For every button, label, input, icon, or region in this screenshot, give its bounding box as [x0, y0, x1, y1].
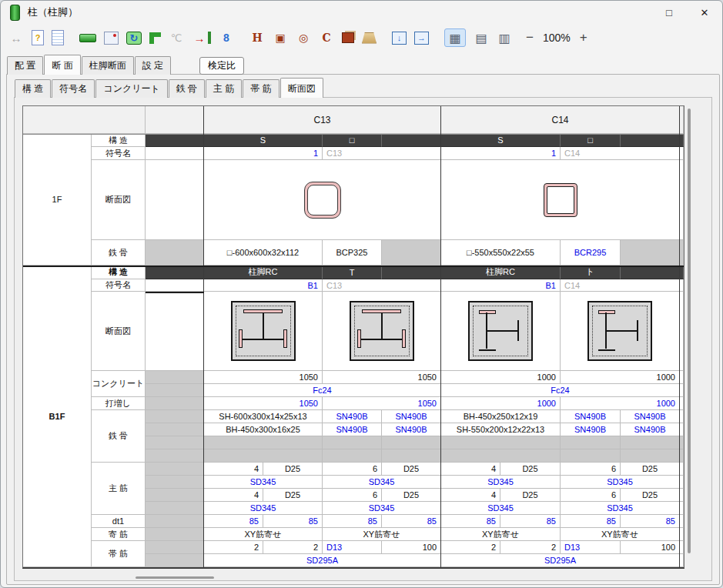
c13-main-bar1-grade-y[interactable]: SD345 — [323, 476, 441, 489]
c14-main-bar1-grade-x[interactable]: SD345 — [441, 476, 561, 489]
tab-chukyaku-danmen[interactable]: 柱脚断面 — [82, 56, 134, 75]
c14-dt1-value[interactable]: 85 — [441, 515, 500, 528]
c13-b1f-steel1-grade2[interactable]: SN490B — [382, 410, 441, 423]
c13-b1f-extra-cover-x[interactable]: 1050 — [204, 397, 323, 410]
tab-haichi[interactable]: 配 置 — [7, 56, 43, 75]
c13-main-bar2-count-y[interactable]: 6 — [323, 489, 382, 502]
c13-main-bar2-size-y[interactable]: D25 — [382, 489, 441, 502]
grid-cell[interactable] — [323, 449, 382, 463]
c14-dt1-value[interactable]: 85 — [621, 515, 680, 528]
c13-b1f-section-diagram-y[interactable] — [323, 292, 441, 371]
c14-b1f-symbol-name[interactable]: C14 — [561, 279, 680, 292]
c14-b1f-concrete-grade[interactable]: Fc24 — [441, 384, 680, 397]
c13-hoop-count-y[interactable]: 2 — [263, 541, 323, 554]
c14-main-bar2-count-x[interactable]: 4 — [441, 489, 500, 502]
c14-b1f-symbol-number[interactable]: B1 — [441, 279, 561, 292]
pane-down-icon[interactable]: ↓ — [392, 32, 407, 45]
c14-main-bar2-grade-x[interactable]: SD345 — [441, 502, 561, 515]
c14-b1f-section-diagram-y[interactable] — [561, 292, 680, 371]
rotate-member-icon[interactable]: ↻ — [126, 32, 142, 45]
grid-cell[interactable] — [204, 449, 323, 463]
grid-cell[interactable] — [382, 240, 441, 266]
c14-main-bar2-count-y[interactable]: 6 — [561, 489, 621, 502]
grid-cell[interactable] — [146, 384, 204, 397]
grid-cell[interactable] — [323, 436, 382, 449]
c13-1f-symbol-number[interactable]: 1 — [204, 147, 323, 160]
grid-cell[interactable] — [146, 410, 204, 423]
c13-1f-steel-grade[interactable]: BCP325 — [323, 240, 382, 266]
c13-main-bar2-grade-x[interactable]: SD345 — [204, 502, 323, 515]
c14-main-bar2-size-y[interactable]: D25 — [621, 489, 680, 502]
c13-hoop-size[interactable]: D13 — [323, 541, 382, 554]
c13-b1f-extra-cover-y[interactable]: 1050 — [323, 397, 441, 410]
c14-b1f-steel1-grade1[interactable]: SN490B — [561, 410, 621, 423]
c13-main-bar1-grade-x[interactable]: SD345 — [204, 476, 323, 489]
maximize-button[interactable]: □ — [651, 1, 687, 24]
c14-hoop-grade[interactable]: SD295A — [441, 554, 680, 567]
grid-cell[interactable] — [146, 266, 204, 279]
c13-1f-steel-section[interactable]: □-600x600x32x112 — [204, 240, 323, 266]
c14-main-bar2-grade-y[interactable]: SD345 — [561, 502, 680, 515]
c14-b1f-steel1-grade2[interactable]: SN490B — [621, 410, 680, 423]
grid-cell[interactable] — [146, 502, 204, 515]
c13-main-bar1-count-x[interactable]: 4 — [204, 463, 263, 476]
c14-b1f-width-x[interactable]: 1000 — [441, 371, 561, 384]
grid-cell[interactable] — [146, 279, 204, 292]
c14-b1f-steel2-grade2[interactable]: SN490B — [621, 423, 680, 436]
c14-bar-offset-y[interactable]: XY筋寄せ — [561, 528, 680, 541]
c14-main-bar1-size-y[interactable]: D25 — [621, 463, 680, 476]
grid-cell[interactable] — [146, 554, 204, 567]
c14-bar-offset-x[interactable]: XY筋寄せ — [441, 528, 561, 541]
grid-cell[interactable] — [382, 449, 441, 463]
c13-b1f-width-y[interactable]: 1050 — [323, 371, 441, 384]
tab-concrete[interactable]: コンクリート — [95, 79, 167, 98]
c13-b1f-steel2-grade1[interactable]: SN490B — [323, 423, 382, 436]
c14-hoop-count-y[interactable]: 2 — [500, 541, 561, 554]
c14-dt1-value[interactable]: 85 — [500, 515, 561, 528]
grid-cols-icon[interactable]: ▥ — [497, 29, 512, 46]
grid-cell[interactable] — [561, 449, 621, 463]
tab-danmenzu[interactable]: 断面図 — [280, 78, 323, 98]
zoom-in-button[interactable]: + — [580, 30, 587, 45]
close-button[interactable]: ✕ — [687, 1, 722, 24]
c13-main-bar2-grade-y[interactable]: SD345 — [323, 502, 441, 515]
c14-b1f-width-y[interactable]: 1000 — [561, 371, 680, 384]
grid-cell[interactable] — [621, 266, 680, 279]
c14-hoop-count-x[interactable]: 2 — [441, 541, 500, 554]
grid-cell[interactable] — [146, 515, 204, 528]
c14-1f-structure-shape[interactable]: □ — [561, 134, 621, 147]
grid-cell[interactable] — [146, 489, 204, 502]
pane-right-icon[interactable]: → — [414, 32, 429, 45]
snap-end-icon[interactable]: → — [192, 32, 211, 44]
c13-b1f-steel1-grade1[interactable]: SN490B — [323, 410, 382, 423]
c14-1f-symbol-number[interactable]: 1 — [441, 147, 561, 160]
c13-hoop-count-x[interactable]: 2 — [204, 541, 263, 554]
c13-b1f-structure-type[interactable]: 柱脚RC — [204, 266, 323, 279]
steel-channel-section-icon[interactable]: C — [319, 29, 334, 46]
grid-rows-icon[interactable]: ▤ — [474, 29, 489, 46]
tab-settei[interactable]: 設 定 — [135, 56, 171, 75]
grid-cell[interactable] — [621, 436, 680, 449]
c13-main-bar1-size-y[interactable]: D25 — [382, 463, 441, 476]
c14-1f-symbol-name[interactable]: C14 — [561, 147, 680, 160]
grid-cell[interactable] — [146, 463, 204, 476]
c14-b1f-extra-cover-x[interactable]: 1000 — [441, 397, 561, 410]
grid-cell[interactable] — [146, 134, 204, 147]
properties-icon[interactable]: ? — [32, 30, 44, 45]
steel-pipe-section-icon[interactable]: ◎ — [296, 29, 311, 46]
fit-width-icon[interactable]: ↔ — [8, 29, 24, 46]
c13-main-bar1-count-y[interactable]: 6 — [323, 463, 382, 476]
grid-cell[interactable] — [561, 436, 621, 449]
grid-cell[interactable] — [621, 134, 680, 147]
c13-b1f-symbol-number[interactable]: B1 — [204, 279, 323, 292]
temperature-icon[interactable]: ℃ — [169, 29, 184, 46]
grid-cell[interactable] — [621, 449, 680, 463]
c13-b1f-symbol-name[interactable]: C13 — [323, 279, 441, 292]
grid-cell[interactable] — [621, 240, 680, 266]
grid-cell-focused[interactable] — [146, 292, 204, 371]
corner-member-icon[interactable] — [149, 32, 161, 44]
c14-b1f-steel2-section[interactable]: SH-550x200x12x22x13 — [441, 423, 561, 436]
c14-main-bar2-size-x[interactable]: D25 — [500, 489, 561, 502]
grid-cell[interactable] — [146, 528, 204, 541]
column-header-c13[interactable]: C13 — [204, 106, 441, 134]
